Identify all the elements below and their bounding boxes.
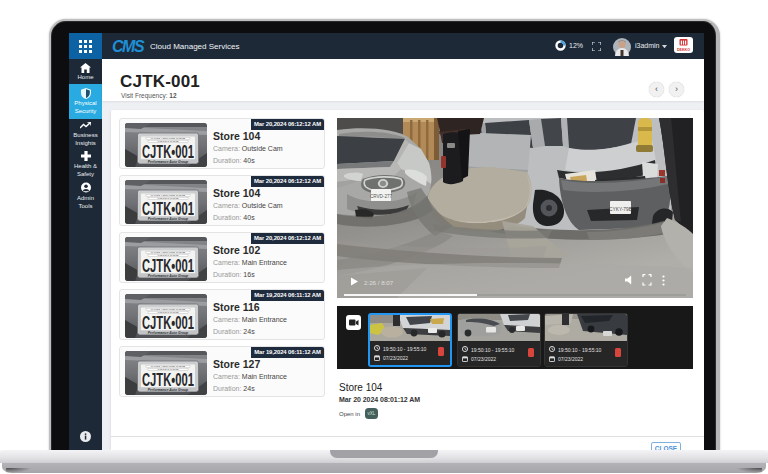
svg-text:DEKKO: DEKKO [677, 48, 690, 52]
